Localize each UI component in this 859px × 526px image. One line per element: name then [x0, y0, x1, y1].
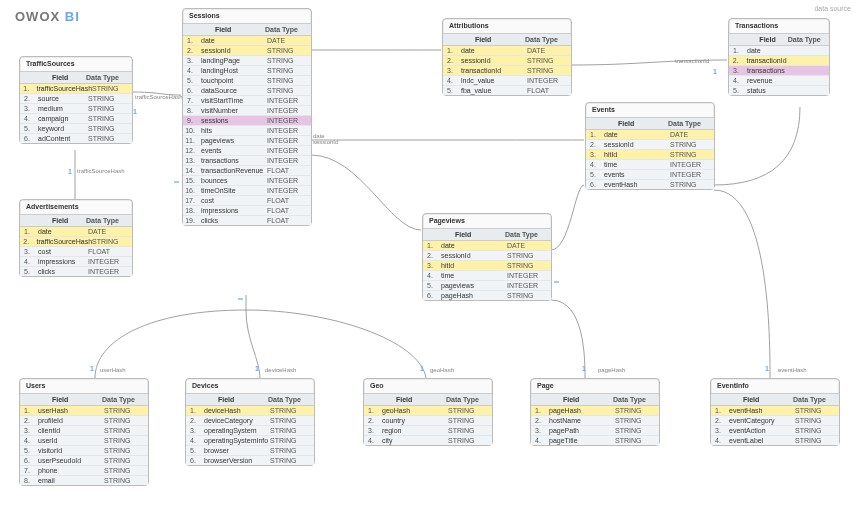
table-row[interactable]: 5.pageviewsINTEGER [423, 281, 551, 291]
row-field: transactionId [457, 67, 527, 74]
table-row[interactable]: 5.clicksINTEGER [20, 267, 132, 276]
entity-users[interactable]: UsersFieldData Type1.userHashSTRING2.pro… [19, 378, 149, 486]
table-row[interactable]: 6.adContentSTRING [20, 134, 132, 143]
table-row[interactable]: 6.dataSourceSTRING [183, 86, 311, 96]
entity-geo[interactable]: GeoFieldData Type1.geoHashSTRING2.countr… [363, 378, 493, 446]
entity-page[interactable]: PageFieldData Type1.pageHashSTRING2.host… [530, 378, 660, 446]
table-row[interactable]: 3.pagePathSTRING [531, 426, 659, 436]
row-index: 10. [183, 127, 197, 134]
table-row[interactable]: 3.operatingSystemSTRING [186, 426, 314, 436]
table-row[interactable]: 2.hostNameSTRING [531, 416, 659, 426]
table-row[interactable]: 3.costFLOAT [20, 247, 132, 257]
entity-pageviews[interactable]: PageviewsFieldData Type1.dateDATE2.sessi… [422, 213, 552, 301]
table-row[interactable]: 3.mediumSTRING [20, 104, 132, 114]
table-row[interactable]: 2.profileIdSTRING [20, 416, 148, 426]
table-row[interactable]: 1.trafficSourceHashSTRING [20, 84, 132, 94]
table-row[interactable]: 3.hitIdSTRING [586, 150, 714, 160]
table-row[interactable]: 11.pageviewsINTEGER [183, 136, 311, 146]
row-field: bounces [197, 177, 267, 184]
entity-attributions[interactable]: AttributionsFieldData Type1.dateDATE2.se… [442, 18, 572, 96]
table-row[interactable]: 1.date [729, 46, 829, 56]
row-index: 1. [183, 37, 197, 44]
table-row[interactable]: 5.browserSTRING [186, 446, 314, 456]
table-row[interactable]: 1.deviceHashSTRING [186, 406, 314, 416]
table-row[interactable]: 5.touchpointSTRING [183, 76, 311, 86]
table-row[interactable]: 1.geoHashSTRING [364, 406, 492, 416]
table-row[interactable]: 3.landingPageSTRING [183, 56, 311, 66]
table-row[interactable]: 2.countrySTRING [364, 416, 492, 426]
table-row[interactable]: 8.visitNumberINTEGER [183, 106, 311, 116]
table-row[interactable]: 17.costFLOAT [183, 196, 311, 206]
table-row[interactable]: 2.sessionIdSTRING [443, 56, 571, 66]
table-row[interactable]: 5.status [729, 86, 829, 95]
entity-eventinfo[interactable]: EventInfoFieldData Type1.eventHashSTRING… [710, 378, 840, 446]
table-row[interactable]: 18.impressionsFLOAT [183, 206, 311, 216]
table-row[interactable]: 5.visitorIdSTRING [20, 446, 148, 456]
table-row[interactable]: 9.sessionsINTEGER [183, 116, 311, 126]
table-row[interactable]: 2.sessionIdSTRING [183, 46, 311, 56]
table-row[interactable]: 2.trafficSourceHashSTRING [20, 237, 132, 247]
row-field: pageviews [437, 282, 507, 289]
entity-devices[interactable]: DevicesFieldData Type1.deviceHashSTRING2… [185, 378, 315, 466]
table-row[interactable]: 12.eventsINTEGER [183, 146, 311, 156]
row-field: city [378, 437, 448, 444]
table-row[interactable]: 1.dateDATE [423, 241, 551, 251]
table-row[interactable]: 2.sessionIdSTRING [586, 140, 714, 150]
table-row[interactable]: 14.transactionRevenueFLOAT [183, 166, 311, 176]
table-row[interactable]: 3.transactionIdSTRING [443, 66, 571, 76]
table-row[interactable]: 3.transactions [729, 66, 829, 76]
table-row[interactable]: 3.hitIdSTRING [423, 261, 551, 271]
entity-events[interactable]: EventsFieldData Type1.dateDATE2.sessionI… [585, 102, 715, 190]
table-row[interactable]: 5.fba_valueFLOAT [443, 86, 571, 95]
entity-transactions[interactable]: TransactionsFieldData Type1.date2.transa… [728, 18, 830, 96]
table-row[interactable]: 1.dateDATE [443, 46, 571, 56]
table-row[interactable]: 4.campaignSTRING [20, 114, 132, 124]
table-row[interactable]: 2.transactionId [729, 56, 829, 66]
lbl-dh: deviceHash [265, 367, 296, 373]
table-row[interactable]: 1.eventHashSTRING [711, 406, 839, 416]
table-row[interactable]: 16.timeOnSiteINTEGER [183, 186, 311, 196]
entity-sessions[interactable]: SessionsFieldData Type1.dateDATE2.sessio… [182, 8, 312, 226]
table-row[interactable]: 4.userIdSTRING [20, 436, 148, 446]
table-row[interactable]: 2.sourceSTRING [20, 94, 132, 104]
table-row[interactable]: 5.eventsINTEGER [586, 170, 714, 180]
table-row[interactable]: 3.regionSTRING [364, 426, 492, 436]
table-row[interactable]: 3.eventActionSTRING [711, 426, 839, 436]
entity-advertisements[interactable]: AdvertisementsFieldData Type1.dateDATE2.… [19, 199, 133, 277]
table-row[interactable]: 2.deviceCategorySTRING [186, 416, 314, 426]
table-row[interactable]: 8.emailSTRING [20, 476, 148, 485]
table-row[interactable]: 4.impressionsINTEGER [20, 257, 132, 267]
table-row[interactable]: 5.keywordSTRING [20, 124, 132, 134]
table-row[interactable]: 10.hitsINTEGER [183, 126, 311, 136]
table-row[interactable]: 4.landingHostSTRING [183, 66, 311, 76]
table-row[interactable]: 15.bouncesINTEGER [183, 176, 311, 186]
table-row[interactable]: 4.revenue [729, 76, 829, 86]
table-row[interactable]: 6.browserVersionSTRING [186, 456, 314, 465]
row-field: time [437, 272, 507, 279]
table-row[interactable]: 4.eventLabelSTRING [711, 436, 839, 445]
table-row[interactable]: 13.transactionsINTEGER [183, 156, 311, 166]
table-row[interactable]: 6.userPseudoIdSTRING [20, 456, 148, 466]
table-row[interactable]: 1.userHashSTRING [20, 406, 148, 416]
table-row[interactable]: 1.pageHashSTRING [531, 406, 659, 416]
table-row[interactable]: 7.visitStartTimeINTEGER [183, 96, 311, 106]
entity-trafficsources[interactable]: TrafficSourcesFieldData Type1.trafficSou… [19, 56, 133, 144]
table-row[interactable]: 4.citySTRING [364, 436, 492, 445]
table-row[interactable]: 4.timeINTEGER [586, 160, 714, 170]
table-row[interactable]: 19.clicksFLOAT [183, 216, 311, 225]
row-type: STRING [615, 427, 659, 434]
table-row[interactable]: 7.phoneSTRING [20, 466, 148, 476]
table-row[interactable]: 1.dateDATE [20, 227, 132, 237]
table-row[interactable]: 1.dateDATE [586, 130, 714, 140]
table-row[interactable]: 1.dateDATE [183, 36, 311, 46]
table-row[interactable]: 4.timeINTEGER [423, 271, 551, 281]
table-row[interactable]: 4.lndc_valueINTEGER [443, 76, 571, 86]
table-row[interactable]: 6.eventHashSTRING [586, 180, 714, 189]
table-row[interactable]: 2.sessionIdSTRING [423, 251, 551, 261]
table-row[interactable]: 4.pageTitleSTRING [531, 436, 659, 445]
table-row[interactable]: 2.eventCategorySTRING [711, 416, 839, 426]
table-row[interactable]: 6.pageHashSTRING [423, 291, 551, 300]
table-row[interactable]: 3.clientIdSTRING [20, 426, 148, 436]
table-row[interactable]: 4.operatingSystemInfoSTRING [186, 436, 314, 446]
entity-title: Page [531, 379, 659, 393]
